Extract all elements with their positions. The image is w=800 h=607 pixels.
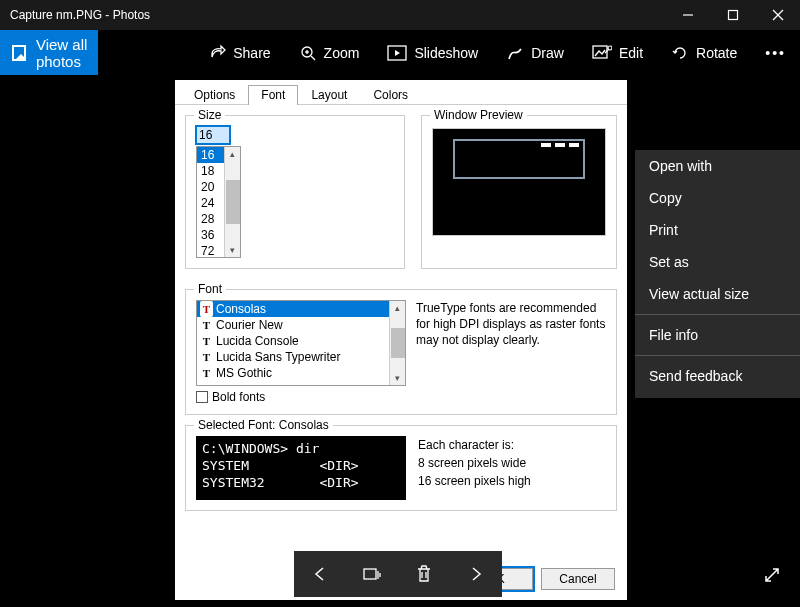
bottom-toolbar — [294, 551, 502, 597]
checkbox-icon — [196, 391, 208, 403]
draw-label: Draw — [531, 45, 564, 61]
draw-icon — [506, 44, 524, 62]
font-scrollbar[interactable]: ▴▾ — [389, 301, 405, 385]
delete-button[interactable] — [404, 554, 444, 594]
zoom-label: Zoom — [324, 45, 360, 61]
more-button[interactable]: ••• — [751, 45, 800, 61]
truetype-icon: T — [200, 365, 213, 381]
cancel-button[interactable]: Cancel — [541, 568, 615, 590]
preview-group: Window Preview — [421, 115, 617, 269]
bold-fonts-checkbox[interactable]: Bold fonts — [196, 390, 406, 404]
size-list[interactable]: 16 18 20 24 28 36 72 ▴▾ — [196, 146, 241, 258]
svg-line-5 — [311, 56, 315, 60]
truetype-icon: T — [200, 333, 213, 349]
draw-button[interactable]: Draw — [492, 30, 578, 75]
font-item[interactable]: TMS Gothic — [197, 365, 405, 381]
minimize-button[interactable] — [665, 0, 710, 30]
slideshow-button[interactable]: Slideshow — [373, 30, 492, 75]
zoom-button[interactable]: Zoom — [285, 30, 374, 75]
menu-file-info[interactable]: File info — [635, 319, 800, 351]
menu-copy[interactable]: Copy — [635, 182, 800, 214]
truetype-icon: T — [200, 349, 213, 365]
rotate-icon — [671, 44, 689, 62]
font-hint: TrueType fonts are recommended for high … — [416, 300, 606, 404]
content-area: Options Font Layout Colors Size 16 18 20… — [0, 75, 800, 607]
scroll-down-icon[interactable]: ▾ — [390, 371, 405, 385]
window-title: Capture nm.PNG - Photos — [10, 8, 665, 22]
font-item[interactable]: TConsolas — [197, 301, 405, 317]
font-dialog: Options Font Layout Colors Size 16 18 20… — [175, 80, 627, 600]
photo-icon — [12, 45, 26, 61]
menu-open-with[interactable]: Open with — [635, 150, 800, 182]
font-preview-console: C:\WINDOWS> dir SYSTEM <DIR> SYSTEM32 <D… — [196, 436, 406, 500]
edit-icon — [592, 45, 612, 61]
slideshow-label: Slideshow — [414, 45, 478, 61]
scroll-thumb[interactable] — [391, 328, 405, 358]
menu-separator — [635, 355, 800, 356]
toolbar: View all photos Share Zoom Slideshow Dra… — [0, 30, 800, 75]
svg-rect-1 — [728, 11, 737, 20]
view-all-label: View all photos — [36, 36, 98, 70]
titlebar: Capture nm.PNG - Photos — [0, 0, 800, 30]
share-icon — [208, 44, 226, 62]
tab-layout[interactable]: Layout — [298, 85, 360, 105]
font-label: Font — [194, 282, 226, 296]
dialog-tabs: Options Font Layout Colors — [175, 80, 627, 105]
collection-button[interactable] — [352, 554, 392, 594]
font-item[interactable]: TLucida Sans Typewriter — [197, 349, 405, 365]
font-list[interactable]: TConsolas TCourier New TLucida Console T… — [196, 300, 406, 386]
previous-button[interactable] — [300, 554, 340, 594]
svg-rect-12 — [364, 569, 376, 579]
selected-font-group: Selected Font: Consolas C:\WINDOWS> dir … — [185, 425, 617, 511]
font-item[interactable]: TLucida Console — [197, 333, 405, 349]
fullscreen-button[interactable] — [762, 565, 782, 589]
menu-separator — [635, 314, 800, 315]
scroll-thumb[interactable] — [226, 180, 240, 224]
truetype-icon: T — [200, 317, 213, 333]
scroll-up-icon[interactable]: ▴ — [225, 147, 240, 161]
menu-print[interactable]: Print — [635, 214, 800, 246]
scroll-up-icon[interactable]: ▴ — [390, 301, 405, 315]
preview-label: Window Preview — [430, 108, 527, 122]
zoom-icon — [299, 44, 317, 62]
truetype-icon: T — [200, 301, 213, 317]
share-button[interactable]: Share — [194, 30, 284, 75]
selected-font-label: Selected Font: Consolas — [194, 418, 333, 432]
size-group: Size 16 18 20 24 28 36 72 ▴▾ — [185, 115, 405, 269]
scroll-down-icon[interactable]: ▾ — [225, 243, 240, 257]
tab-colors[interactable]: Colors — [360, 85, 421, 105]
rotate-button[interactable]: Rotate — [657, 30, 751, 75]
edit-label: Edit — [619, 45, 643, 61]
tab-font[interactable]: Font — [248, 85, 298, 105]
font-group: Font TConsolas TCourier New TLucida Cons… — [185, 289, 617, 415]
menu-set-as[interactable]: Set as — [635, 246, 800, 278]
view-all-photos-button[interactable]: View all photos — [0, 30, 98, 75]
maximize-button[interactable] — [710, 0, 755, 30]
edit-button[interactable]: Edit — [578, 30, 657, 75]
slideshow-icon — [387, 45, 407, 61]
bold-fonts-label: Bold fonts — [212, 390, 265, 404]
tab-options[interactable]: Options — [181, 85, 248, 105]
menu-send-feedback[interactable]: Send feedback — [635, 360, 800, 392]
size-scrollbar[interactable]: ▴▾ — [224, 147, 240, 257]
window-preview — [432, 128, 606, 236]
context-menu: Open with Copy Print Set as View actual … — [635, 150, 800, 398]
svg-point-10 — [608, 46, 612, 50]
size-label: Size — [194, 108, 225, 122]
close-button[interactable] — [755, 0, 800, 30]
share-label: Share — [233, 45, 270, 61]
font-item[interactable]: TCourier New — [197, 317, 405, 333]
rotate-label: Rotate — [696, 45, 737, 61]
menu-view-actual-size[interactable]: View actual size — [635, 278, 800, 310]
character-info: Each character is: 8 screen pixels wide … — [418, 436, 531, 490]
size-input[interactable] — [196, 126, 230, 144]
next-button[interactable] — [456, 554, 496, 594]
